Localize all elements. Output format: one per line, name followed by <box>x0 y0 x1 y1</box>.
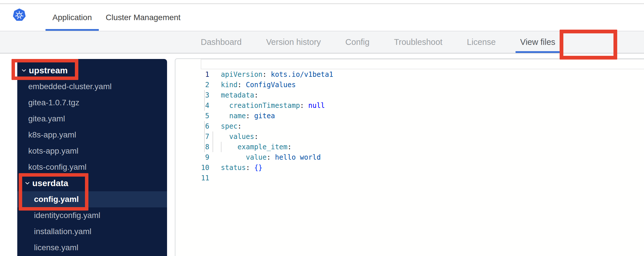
file-tree-label: gitea-1.0.7.tgz <box>28 98 79 107</box>
file-tree-label: license.yaml <box>34 243 78 252</box>
editor-code-line-7[interactable]: 7 values: <box>175 121 644 131</box>
editor-code-line-6[interactable]: 6spec: <box>175 111 644 121</box>
nav-item-troubleshoot[interactable]: Troubleshoot <box>389 31 447 53</box>
nav-item-dashboard[interactable]: Dashboard <box>196 31 246 53</box>
file-tree-row-installation-yaml[interactable]: installation.yaml <box>17 223 167 240</box>
indent-guide <box>204 131 205 142</box>
file-tree-row-embedded-cluster-yaml[interactable]: embedded-cluster.yaml <box>17 79 167 95</box>
indent-guide <box>204 121 205 131</box>
indent-guide <box>221 142 221 152</box>
file-tree-row-config-yaml[interactable]: config.yaml <box>17 191 167 207</box>
file-tree-label: kots-app.yaml <box>28 146 78 156</box>
yaml-code-editor[interactable]: 1apiVersion: kots.io/v1beta1 2kind: Conf… <box>175 58 644 256</box>
line-number: 11 <box>192 173 209 183</box>
file-tree-row-identityconfig-yaml[interactable]: identityconfig.yaml <box>17 207 167 223</box>
indent-guide <box>213 131 213 142</box>
chevron-down-icon <box>25 181 30 186</box>
app-header: Application Cluster Management <box>0 4 644 31</box>
file-tree-sidebar: upstream embedded-cluster.yaml gitea-1.0… <box>17 59 167 256</box>
header-tab-label: Cluster Management <box>106 13 181 22</box>
file-tree-label: userdata <box>32 178 68 188</box>
editor-code-line-2[interactable]: 2kind: ConfigValues <box>175 69 644 80</box>
nav-item-license[interactable]: License <box>462 31 500 53</box>
file-tree-label: k8s-app.yaml <box>28 130 76 140</box>
editor-code-line-5[interactable]: 5 name: gitea <box>175 100 644 111</box>
file-tree-row-kots-config-yaml[interactable]: kots-config.yaml <box>17 159 167 175</box>
nav-item-label: Troubleshoot <box>394 37 442 47</box>
chevron-down-icon <box>21 68 26 73</box>
file-tree-label: upstream <box>29 66 68 75</box>
app-nav-bar: Dashboard Version history Config Trouble… <box>0 31 644 54</box>
file-tree-row-userdata[interactable]: userdata <box>17 175 167 191</box>
nav-item-version-history[interactable]: Version history <box>262 31 325 53</box>
file-tree-label: config.yaml <box>34 195 79 204</box>
file-tree-label: kots-config.yaml <box>28 163 86 172</box>
nav-item-config[interactable]: Config <box>341 31 374 53</box>
file-tree-label: embedded-cluster.yaml <box>28 82 111 91</box>
file-tree-row-upstream[interactable]: upstream <box>17 62 167 79</box>
nav-item-label: View files <box>520 37 555 47</box>
nav-item-label: Config <box>345 37 370 47</box>
editor-code-line-3[interactable]: 3metadata: <box>175 80 644 90</box>
header-tab-bar: Application Cluster Management <box>46 4 187 31</box>
indent-guide <box>204 142 205 152</box>
file-tree-label: gitea.yaml <box>28 114 65 123</box>
indent-guide <box>213 142 213 152</box>
file-tree-row-gitea-1-0-7-tgz[interactable]: gitea-1.0.7.tgz <box>17 95 167 111</box>
nav-item-view-files[interactable]: View files <box>516 31 560 53</box>
indent-guide <box>204 90 205 100</box>
editor-code-line-10[interactable]: 10status: {} <box>175 152 644 163</box>
file-tree-label: installation.yaml <box>34 227 91 236</box>
file-tree-label: identityconfig.yaml <box>34 211 100 220</box>
file-tree-row-gitea-yaml[interactable]: gitea.yaml <box>17 111 167 127</box>
file-tree-row-kots-app-yaml[interactable]: kots-app.yaml <box>17 143 167 159</box>
nav-item-label: Version history <box>266 37 321 47</box>
indent-guide <box>204 100 205 111</box>
file-tree-row-license-yaml[interactable]: license.yaml <box>17 240 167 256</box>
nav-item-label: Dashboard <box>201 37 242 47</box>
header-tab-label: Application <box>52 13 92 22</box>
editor-code-line-11[interactable]: 11 <box>175 163 644 173</box>
editor-code-line-4[interactable]: 4 creationTimestamp: null <box>175 90 644 100</box>
file-tree-row-k8s-app-yaml[interactable]: k8s-app.yaml <box>17 127 167 143</box>
header-tab-cluster-management[interactable]: Cluster Management <box>99 4 187 31</box>
nav-item-label: License <box>467 37 496 47</box>
kubernetes-logo-icon[interactable] <box>13 8 26 22</box>
nav-items: Dashboard Version history Config Trouble… <box>196 31 560 53</box>
editor-code-line-1[interactable]: 1apiVersion: kots.io/v1beta1 <box>175 59 644 69</box>
header-tab-application[interactable]: Application <box>46 4 99 31</box>
editor-code-line-8[interactable]: 8 example_item: <box>175 131 644 142</box>
editor-code-line-9[interactable]: 9 value: hello world <box>175 142 644 152</box>
